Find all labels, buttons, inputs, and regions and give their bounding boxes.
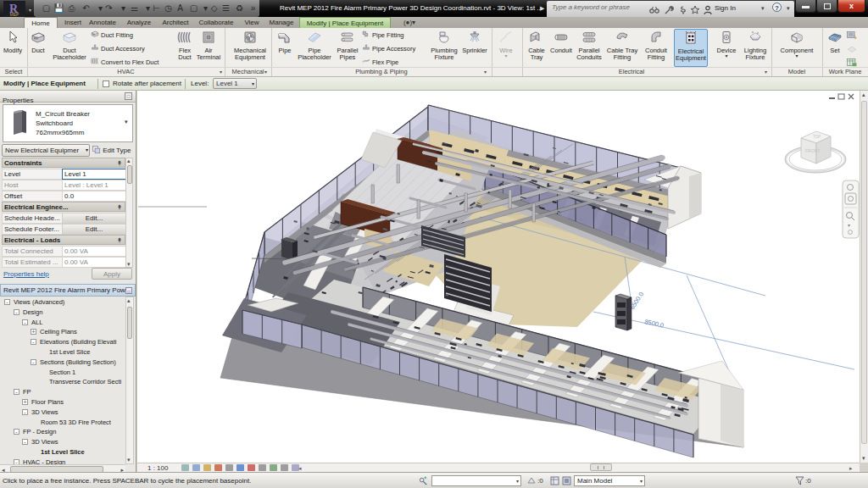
svg-text:FRONT: FRONT (805, 148, 820, 153)
svg-text:▾: ▾ (29, 8, 31, 13)
svg-text:▾: ▾ (848, 223, 850, 228)
svg-text:8500.0: 8500.0 (644, 318, 665, 330)
svg-text:TOP: TOP (813, 135, 821, 139)
